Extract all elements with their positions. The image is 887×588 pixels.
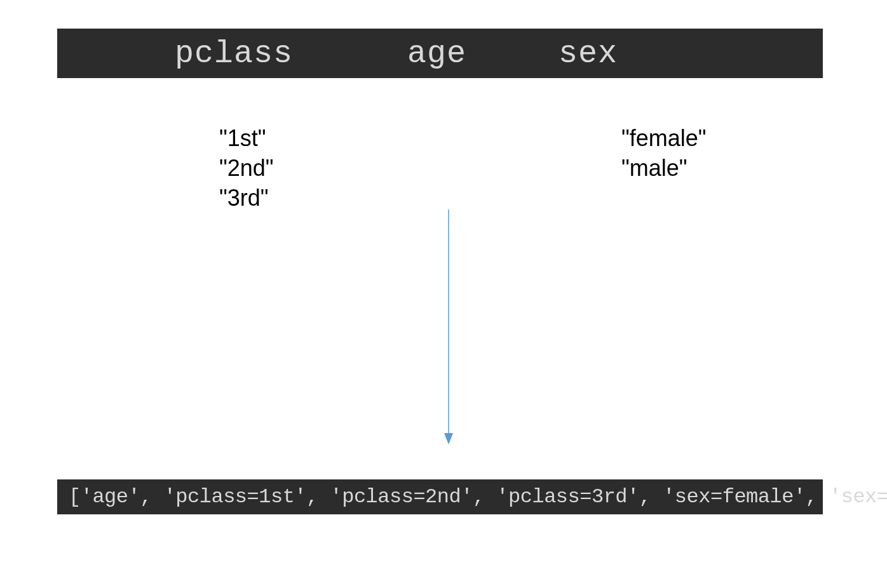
column-header-sex: sex <box>559 36 618 72</box>
column-header-pclass: pclass <box>175 36 293 72</box>
pclass-value-item: "1st" <box>219 124 274 154</box>
output-bar: ['age', 'pclass=1st', 'pclass=2nd', 'pcl… <box>57 479 823 514</box>
column-header-age: age <box>407 36 466 72</box>
pclass-value-item: "2nd" <box>219 154 274 184</box>
column-header-bar: pclass age sex <box>57 29 823 78</box>
sex-value-item: "female" <box>621 124 707 154</box>
pclass-value-item: "3rd" <box>219 184 274 213</box>
svg-marker-1 <box>444 433 453 444</box>
sex-value-list: "female" "male" <box>621 124 707 184</box>
pclass-value-list: "1st" "2nd" "3rd" <box>219 124 274 213</box>
sex-value-item: "male" <box>621 154 707 184</box>
down-arrow-icon <box>442 210 455 444</box>
output-text: ['age', 'pclass=1st', 'pclass=2nd', 'pcl… <box>69 485 887 509</box>
